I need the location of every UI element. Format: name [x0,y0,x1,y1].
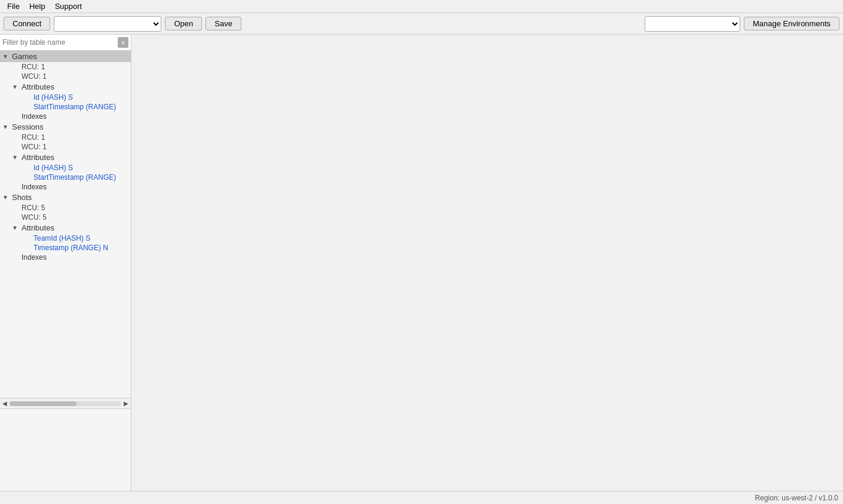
tree-node-shots: ▼ Shots RCU: 5 WCU: 5 ▼ Attributes TeamI… [0,192,131,262]
games-attr-0: Id (HASH) S [19,93,131,102]
sidebar-filter-input[interactable] [2,38,118,47]
sessions-indexes[interactable]: Indexes [10,182,131,192]
shots-indexes[interactable]: Indexes [10,253,131,262]
tree-label-shots-attributes[interactable]: ▼ Attributes [10,222,131,233]
table-name-games: Games [12,52,37,61]
games-attributes-label: Attributes [22,82,54,91]
menu-bar: File Help Support [0,0,843,13]
tree-label-games-attributes[interactable]: ▼ Attributes [10,81,131,93]
scrollbar-track[interactable] [10,401,121,406]
shots-attributes-label: Attributes [22,223,54,232]
tree-children-games: RCU: 1 WCU: 1 ▼ Attributes Id (HASH) S S… [0,62,131,121]
sidebar: x ▼ Games RCU: 1 WCU: 1 ▼ Attributes [0,35,131,504]
toolbar: Connect Open Save Manage Environments [0,13,843,35]
query-select[interactable] [54,16,161,32]
sidebar-filter-clear-button[interactable]: x [118,37,128,48]
tree-children-shots: RCU: 5 WCU: 5 ▼ Attributes TeamId (HASH)… [0,203,131,262]
games-wcu: WCU: 1 [10,72,131,81]
chevron-down-icon-sessions-attrs: ▼ [12,154,19,161]
shots-wcu: WCU: 5 [10,213,131,222]
connect-button[interactable]: Connect [4,17,50,30]
tree-children-sessions-attributes: Id (HASH) S StartTimestamp (RANGE) [10,163,131,182]
sidebar-filter-bar: x [0,35,131,51]
tree-children-sessions: RCU: 1 WCU: 1 ▼ Attributes Id (HASH) S S… [0,133,131,192]
tree-label-sessions[interactable]: ▼ Sessions [0,121,131,133]
tree-node-sessions-attributes: ▼ Attributes Id (HASH) S StartTimestamp … [10,152,131,182]
chevron-down-icon-games: ▼ [2,53,10,60]
menu-help[interactable]: Help [24,1,50,12]
table-name-sessions: Sessions [12,122,44,131]
content-area [131,35,843,504]
tree-node-shots-attributes: ▼ Attributes TeamId (HASH) S Timestamp (… [10,222,131,253]
environment-select[interactable] [645,16,740,32]
sessions-rcu: RCU: 1 [10,133,131,142]
scroll-right-button[interactable]: ▶ [122,400,130,407]
games-rcu: RCU: 1 [10,62,131,72]
tree-children-shots-attributes: TeamId (HASH) S Timestamp (RANGE) N [10,233,131,253]
sidebar-bottom-panel [0,408,131,504]
manage-environments-button[interactable]: Manage Environments [744,17,839,30]
scroll-left-button[interactable]: ◀ [1,400,8,407]
chevron-down-icon-shots: ▼ [2,194,10,201]
tree-node-sessions: ▼ Sessions RCU: 1 WCU: 1 ▼ Attributes Id… [0,121,131,192]
tree-node-games: ▼ Games RCU: 1 WCU: 1 ▼ Attributes Id (H… [0,51,131,121]
sessions-attr-0: Id (HASH) S [19,163,131,173]
shots-attr-0: TeamId (HASH) S [19,233,131,243]
table-name-shots: Shots [12,193,32,202]
sessions-attributes-label: Attributes [22,153,54,162]
tree-label-shots[interactable]: ▼ Shots [0,192,131,203]
shots-rcu: RCU: 5 [10,203,131,213]
sidebar-scrollbar: ◀ ▶ [0,398,131,408]
save-button[interactable]: Save [206,17,241,30]
sessions-wcu: WCU: 1 [10,142,131,152]
main-layout: x ▼ Games RCU: 1 WCU: 1 ▼ Attributes [0,35,843,504]
chevron-down-icon-games-attrs: ▼ [12,84,19,90]
status-bar: Region: us-west-2 / v1.0.0 [0,491,843,504]
chevron-down-icon-sessions: ▼ [2,124,10,130]
menu-file[interactable]: File [2,1,24,12]
tree-label-sessions-attributes[interactable]: ▼ Attributes [10,152,131,163]
open-button[interactable]: Open [165,17,202,30]
menu-support[interactable]: Support [50,1,87,12]
status-region: Region: us-west-2 / v1.0.0 [755,494,838,502]
sidebar-tree: ▼ Games RCU: 1 WCU: 1 ▼ Attributes Id (H… [0,51,131,398]
tree-node-games-attributes: ▼ Attributes Id (HASH) S StartTimestamp … [10,81,131,112]
sessions-attr-1: StartTimestamp (RANGE) [19,173,131,182]
tree-label-games[interactable]: ▼ Games [0,51,131,62]
chevron-down-icon-shots-attrs: ▼ [12,225,19,231]
games-attr-1: StartTimestamp (RANGE) [19,102,131,112]
shots-attr-1: Timestamp (RANGE) N [19,243,131,253]
games-indexes[interactable]: Indexes [10,112,131,121]
scrollbar-thumb [10,401,76,406]
tree-children-games-attributes: Id (HASH) S StartTimestamp (RANGE) [10,93,131,112]
